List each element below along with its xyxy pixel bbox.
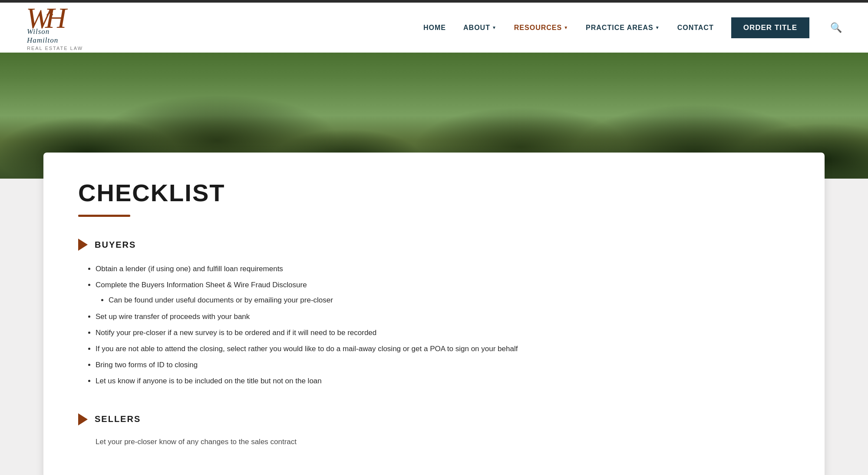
main-content: CHECKLIST BUYERS Obtain a lender (if usi… (0, 153, 868, 475)
site-header: WˆH Wilson Hamilton Real Estate Law HOME… (0, 3, 868, 53)
list-item: Notify your pre-closer if a new survey i… (96, 327, 790, 339)
sellers-section: SELLERS Let your pre-closer know of any … (78, 413, 790, 446)
nav-home[interactable]: HOME (423, 24, 446, 32)
practice-areas-chevron-icon: ▼ (655, 25, 660, 30)
nav-resources[interactable]: RESOURCES ▼ (514, 24, 568, 32)
logo[interactable]: WˆH Wilson Hamilton Real Estate Law (26, 4, 83, 51)
search-icon[interactable]: 🔍 (830, 22, 842, 33)
order-title-button[interactable]: ORDER TITLE (731, 17, 809, 38)
list-item: Bring two forms of ID to closing (96, 359, 790, 371)
logo-line1: Wilson (27, 27, 83, 36)
logo-initials: WˆH (26, 4, 83, 31)
content-card: CHECKLIST BUYERS Obtain a lender (if usi… (43, 153, 825, 475)
buyers-section-title: BUYERS (95, 240, 136, 250)
buyers-checklist: Obtain a lender (if using one) and fulfi… (78, 263, 790, 387)
nav-practice-areas[interactable]: PRACTICE AREAS ▼ (586, 24, 660, 32)
sellers-section-title: SELLERS (95, 414, 141, 424)
logo-line2: Hamilton (27, 36, 83, 45)
list-item: Complete the Buyers Information Sheet & … (96, 279, 790, 306)
sellers-section-header: SELLERS (78, 413, 790, 425)
list-item: Let us know if anyone is to be included … (96, 375, 790, 387)
page-title: CHECKLIST (78, 179, 790, 207)
about-chevron-icon: ▼ (492, 25, 497, 30)
buyers-section: BUYERS Obtain a lender (if using one) an… (78, 239, 790, 387)
sellers-triangle-icon (78, 413, 88, 425)
list-item: Obtain a lender (if using one) and fulfi… (96, 263, 790, 275)
buyers-triangle-icon (78, 239, 88, 251)
list-item: If you are not able to attend the closin… (96, 343, 790, 355)
resources-chevron-icon: ▼ (564, 25, 568, 30)
sellers-partial-text: Let your pre-closer know of any changes … (78, 438, 790, 446)
main-nav: HOME ABOUT ▼ RESOURCES ▼ PRACTICE AREAS … (423, 17, 842, 38)
list-item: Can be found under useful documents or b… (109, 294, 790, 306)
title-underline (78, 215, 130, 217)
logo-tagline: Real Estate Law (27, 46, 83, 51)
sub-list: Can be found under useful documents or b… (96, 294, 790, 306)
list-item: Set up wire transfer of proceeds with yo… (96, 311, 790, 322)
nav-contact[interactable]: CONTACT (677, 24, 714, 32)
buyers-section-header: BUYERS (78, 239, 790, 251)
nav-about[interactable]: ABOUT ▼ (463, 24, 497, 32)
